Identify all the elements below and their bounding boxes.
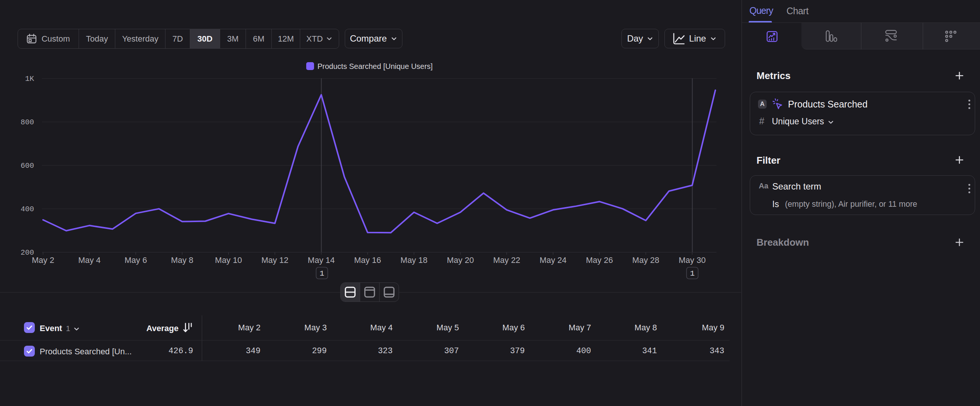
svg-text:May 6: May 6 — [125, 255, 147, 265]
svg-text:May 18: May 18 — [401, 255, 428, 265]
svg-text:May 28: May 28 — [632, 255, 659, 265]
svg-text:May 20: May 20 — [447, 255, 474, 265]
svg-text:1: 1 — [320, 269, 325, 278]
svg-text:1K: 1K — [25, 75, 34, 83]
svg-text:Products Searched [Unique User: Products Searched [Unique Users] — [317, 62, 433, 70]
svg-text:May 14: May 14 — [308, 255, 335, 265]
svg-text:1: 1 — [690, 269, 695, 278]
svg-text:May 22: May 22 — [493, 255, 520, 265]
svg-text:May 12: May 12 — [261, 255, 288, 265]
svg-text:May 8: May 8 — [171, 255, 194, 265]
svg-text:May 10: May 10 — [215, 255, 242, 265]
svg-text:May 4: May 4 — [78, 255, 101, 265]
svg-text:800: 800 — [21, 118, 34, 127]
svg-text:May 24: May 24 — [539, 255, 566, 265]
svg-text:400: 400 — [21, 205, 34, 213]
svg-text:May 16: May 16 — [354, 255, 381, 265]
svg-text:May 30: May 30 — [679, 255, 706, 265]
svg-text:May 2: May 2 — [32, 255, 54, 265]
svg-text:May 26: May 26 — [586, 255, 613, 265]
svg-text:600: 600 — [21, 161, 34, 170]
